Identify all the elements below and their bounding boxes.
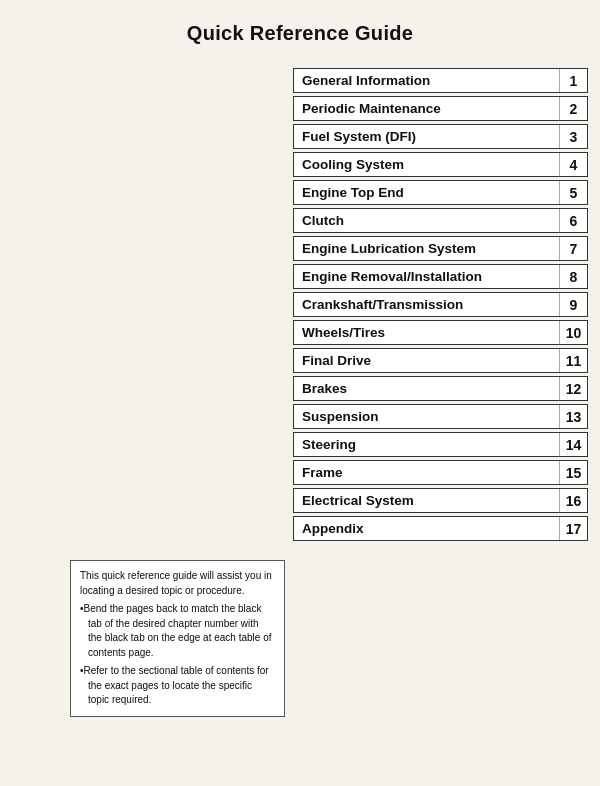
toc-number: 3: [559, 125, 587, 148]
toc-row: Electrical System16: [293, 488, 588, 513]
toc-label: General Information: [294, 69, 559, 92]
toc-row: Crankshaft/Transmission9: [293, 292, 588, 317]
toc-row: Periodic Maintenance2: [293, 96, 588, 121]
toc-number: 6: [559, 209, 587, 232]
toc-number: 13: [559, 405, 587, 428]
toc-number: 8: [559, 265, 587, 288]
toc-label: Brakes: [294, 377, 559, 400]
toc-row: Fuel System (DFI)3: [293, 124, 588, 149]
toc-number: 9: [559, 293, 587, 316]
toc-label: Engine Top End: [294, 181, 559, 204]
toc-row: Frame15: [293, 460, 588, 485]
page-title: Quick Reference Guide: [0, 0, 600, 63]
toc-label: Engine Removal/Installation: [294, 265, 559, 288]
note-bullet-1: •Bend the pages back to match the black …: [80, 602, 275, 660]
toc-row: Steering14: [293, 432, 588, 457]
toc-label: Clutch: [294, 209, 559, 232]
toc-row: Engine Lubrication System7: [293, 236, 588, 261]
toc-number: 1: [559, 69, 587, 92]
toc-number: 7: [559, 237, 587, 260]
toc-number: 5: [559, 181, 587, 204]
page: Quick Reference Guide General Informatio…: [0, 0, 600, 786]
note-bullet-2: •Refer to the sectional table of content…: [80, 664, 275, 708]
toc-label: Cooling System: [294, 153, 559, 176]
toc-number: 4: [559, 153, 587, 176]
toc-row: Engine Removal/Installation8: [293, 264, 588, 289]
toc-number: 16: [559, 489, 587, 512]
toc-row: Wheels/Tires10: [293, 320, 588, 345]
toc-label: Electrical System: [294, 489, 559, 512]
toc-label: Periodic Maintenance: [294, 97, 559, 120]
toc-row: Appendix17: [293, 516, 588, 541]
toc-row: Engine Top End5: [293, 180, 588, 205]
toc-label: Suspension: [294, 405, 559, 428]
toc-label: Crankshaft/Transmission: [294, 293, 559, 316]
note-box: This quick reference guide will assist y…: [70, 560, 285, 717]
toc-number: 15: [559, 461, 587, 484]
toc-number: 2: [559, 97, 587, 120]
toc-row: Suspension13: [293, 404, 588, 429]
toc-number: 10: [559, 321, 587, 344]
toc-number: 17: [559, 517, 587, 540]
toc-number: 12: [559, 377, 587, 400]
toc-label: Wheels/Tires: [294, 321, 559, 344]
toc-number: 14: [559, 433, 587, 456]
toc-container: General Information1Periodic Maintenance…: [293, 68, 588, 544]
note-intro: This quick reference guide will assist y…: [80, 569, 275, 598]
toc-row: Clutch6: [293, 208, 588, 233]
toc-label: Final Drive: [294, 349, 559, 372]
toc-number: 11: [559, 349, 587, 372]
toc-label: Engine Lubrication System: [294, 237, 559, 260]
toc-label: Appendix: [294, 517, 559, 540]
toc-label: Fuel System (DFI): [294, 125, 559, 148]
toc-row: Brakes12: [293, 376, 588, 401]
toc-row: Final Drive11: [293, 348, 588, 373]
toc-label: Steering: [294, 433, 559, 456]
toc-row: General Information1: [293, 68, 588, 93]
toc-row: Cooling System4: [293, 152, 588, 177]
toc-label: Frame: [294, 461, 559, 484]
